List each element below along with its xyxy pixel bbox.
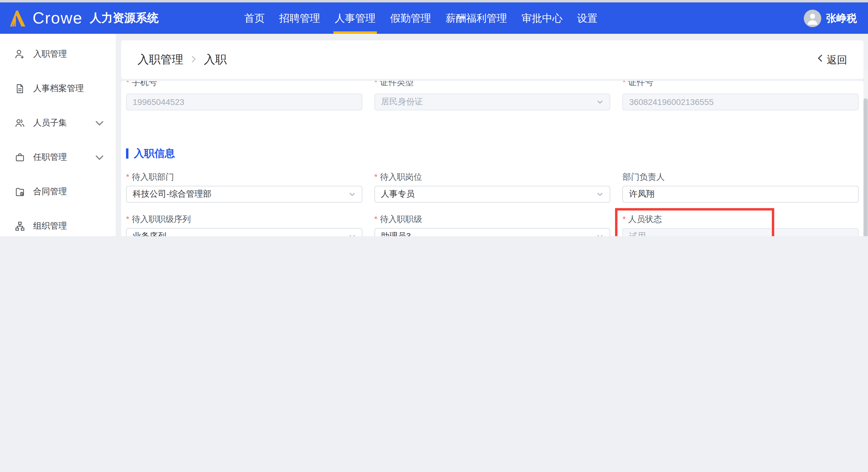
field-phone: 手机号 19965044523 xyxy=(126,81,362,110)
chevron-down-icon xyxy=(348,190,355,198)
brand-product-name: 人力资源系统 xyxy=(90,10,159,26)
grade-sequence-select[interactable]: 业务序列 xyxy=(126,228,362,236)
sidebar-item-label: 人员子集 xyxy=(33,117,86,128)
main-content: 入职管理 入职 返回 手机号 xyxy=(116,34,868,236)
chevron-down-icon xyxy=(348,233,355,236)
nav-item-hr[interactable]: 人事管理 xyxy=(335,2,376,34)
target-grade-select[interactable]: 助理员3 xyxy=(374,228,610,236)
users-icon xyxy=(14,117,25,128)
sidebar-item-label: 组织管理 xyxy=(33,220,105,231)
nav-item-recruit[interactable]: 招聘管理 xyxy=(279,2,320,34)
nav-item-settings[interactable]: 设置 xyxy=(577,2,597,34)
target-position-select[interactable]: 人事专员 xyxy=(374,186,610,203)
user-add-icon xyxy=(14,49,25,59)
window-top-hairline xyxy=(0,0,868,2)
person-status-input[interactable]: 试用 xyxy=(623,228,859,236)
field-value: 许凤翔 xyxy=(629,189,655,200)
field-label: 人员状态 xyxy=(623,215,859,223)
sidebar-item-label: 人事档案管理 xyxy=(33,83,105,94)
breadcrumb-entry[interactable]: 入职 xyxy=(204,52,227,67)
user-avatar-icon xyxy=(804,9,821,27)
field-value: 试用 xyxy=(629,231,646,236)
phone-input[interactable]: 19965044523 xyxy=(126,93,362,110)
chevron-down-icon xyxy=(597,233,604,236)
crowe-peak-icon xyxy=(8,9,27,27)
nav-item-approval[interactable]: 审批中心 xyxy=(522,2,563,34)
chevron-down-icon xyxy=(597,98,604,106)
field-person-status: 人员状态 试用 xyxy=(623,215,859,236)
sidebar-item-onboarding[interactable]: 入职管理 xyxy=(0,37,116,71)
chevron-right-icon xyxy=(190,53,197,66)
field-target-department: 待入职部门 科技公司-综合管理部 xyxy=(126,173,362,203)
org-chart-icon xyxy=(14,220,25,231)
sidebar-item-label: 入职管理 xyxy=(33,49,105,59)
sidebar: 入职管理 人事档案管理 人员子集 xyxy=(0,34,116,236)
breadcrumb-bar: 入职管理 入职 返回 xyxy=(121,40,864,79)
field-label: 证件号 xyxy=(623,81,859,86)
chevron-left-icon xyxy=(816,54,824,66)
field-department-head: 部门负责人 许凤翔 xyxy=(623,173,859,203)
field-value: 业务序列 xyxy=(133,231,166,236)
back-button[interactable]: 返回 xyxy=(816,53,847,67)
brand-logo: Crowe 人力资源系统 xyxy=(0,9,159,27)
field-id-number: 证件号 360824196002136555 xyxy=(623,81,859,110)
section-title-text: 入职信息 xyxy=(134,147,175,160)
breadcrumb: 入职管理 入职 xyxy=(137,52,227,67)
field-value: 助理员3 xyxy=(381,231,411,236)
field-label: 手机号 xyxy=(126,81,362,86)
nav-item-payroll[interactable]: 薪酬福利管理 xyxy=(445,2,507,34)
department-head-input[interactable]: 许凤翔 xyxy=(623,186,859,203)
field-grade-sequence: 待入职职级序列 业务序列 xyxy=(126,215,362,236)
field-value: 居民身份证 xyxy=(381,96,423,107)
field-label: 待入职职级序列 xyxy=(126,215,362,223)
id-type-select[interactable]: 居民身份证 xyxy=(374,93,610,110)
field-value: 19965044523 xyxy=(133,97,184,107)
user-menu[interactable]: 张峥税 xyxy=(804,2,857,34)
sidebar-item-appointment[interactable]: 任职管理 xyxy=(0,140,116,174)
back-button-label: 返回 xyxy=(827,53,847,67)
app-window: Crowe 人力资源系统 首页 招聘管理 人事管理 假勤管理 薪酬福利管理 审批… xyxy=(0,0,868,236)
field-id-type: 证件类型 居民身份证 xyxy=(374,81,610,110)
sidebar-item-contracts[interactable]: 合同管理 xyxy=(0,174,116,209)
document-icon xyxy=(14,83,25,94)
field-label: 待入职职级 xyxy=(374,215,610,223)
field-target-position: 待入职岗位 人事专员 xyxy=(374,173,610,203)
field-value: 人事专员 xyxy=(381,189,414,200)
field-label: 部门负责人 xyxy=(623,173,859,181)
sidebar-item-person-subsets[interactable]: 人员子集 xyxy=(0,106,116,140)
nav-item-attendance[interactable]: 假勤管理 xyxy=(390,2,431,34)
nav-item-home[interactable]: 首页 xyxy=(244,2,265,34)
sidebar-item-organization[interactable]: 组织管理 xyxy=(0,209,116,236)
chevron-down-icon xyxy=(597,190,604,198)
id-number-input[interactable]: 360824196002136555 xyxy=(623,93,859,110)
field-label: 待入职部门 xyxy=(126,173,362,181)
field-label: 证件类型 xyxy=(374,81,610,86)
scrollbar-thumb[interactable] xyxy=(864,98,868,236)
field-target-grade: 待入职职级 助理员3 xyxy=(374,215,610,236)
briefcase-icon xyxy=(14,152,25,163)
top-nav: 首页 招聘管理 人事管理 假勤管理 薪酬福利管理 审批中心 设置 xyxy=(244,2,597,34)
top-header-bar: Crowe 人力资源系统 首页 招聘管理 人事管理 假勤管理 薪酬福利管理 审批… xyxy=(0,2,868,34)
sidebar-item-label: 合同管理 xyxy=(33,186,105,197)
section-title-onboard-info: 入职信息 xyxy=(126,147,859,160)
chevron-down-icon xyxy=(94,152,105,163)
target-department-select[interactable]: 科技公司-综合管理部 xyxy=(126,186,362,203)
user-name: 张峥税 xyxy=(826,11,857,25)
brand-name: Crowe xyxy=(33,9,83,27)
breadcrumb-onboarding[interactable]: 入职管理 xyxy=(137,52,183,67)
sidebar-item-label: 任职管理 xyxy=(33,152,86,163)
section-title-bar xyxy=(126,148,128,159)
field-value: 科技公司-综合管理部 xyxy=(133,189,211,200)
onboarding-form-panel: 手机号 19965044523 证件类型 居民身份证 xyxy=(121,81,864,236)
field-value: 360824196002136555 xyxy=(629,97,714,107)
contract-folder-icon xyxy=(14,186,25,197)
chevron-down-icon xyxy=(94,117,105,128)
sidebar-item-personnel-files[interactable]: 人事档案管理 xyxy=(0,71,116,106)
field-label: 待入职岗位 xyxy=(374,173,610,181)
